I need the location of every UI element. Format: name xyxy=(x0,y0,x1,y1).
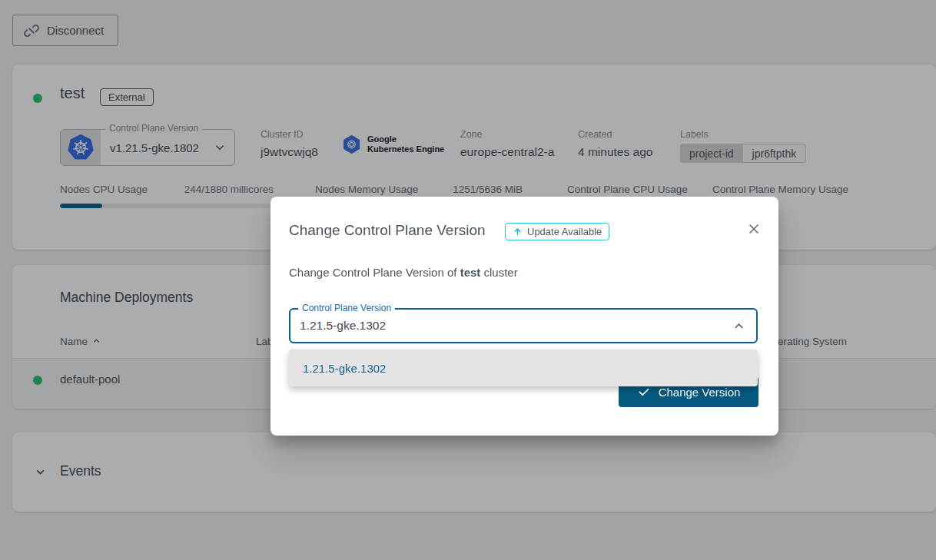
check-icon xyxy=(637,385,651,399)
arrow-up-icon xyxy=(513,227,523,237)
description-suffix: cluster xyxy=(480,266,517,279)
select-floating-label: Control Plane Version xyxy=(298,303,395,313)
description-prefix: Change Control Plane Version of xyxy=(289,266,460,279)
dialog-title: Change Control Plane Version xyxy=(289,222,486,239)
dialog-description: Change Control Plane Version of test clu… xyxy=(289,266,518,279)
change-version-dialog: Change Control Plane Version Update Avai… xyxy=(271,197,778,436)
update-available-label: Update Available xyxy=(527,226,602,237)
close-icon[interactable] xyxy=(746,221,762,237)
update-available-badge: Update Available xyxy=(505,223,609,240)
version-options-panel: 1.21.5-gke.1302 xyxy=(289,350,758,386)
change-version-label: Change Version xyxy=(659,386,741,399)
version-option[interactable]: 1.21.5-gke.1302 xyxy=(289,350,758,386)
chevron-up-icon xyxy=(732,319,756,333)
control-plane-version-select[interactable]: Control Plane Version 1.21.5-gke.1302 xyxy=(289,308,758,343)
description-cluster-name: test xyxy=(460,266,481,279)
select-value: 1.21.5-gke.1302 xyxy=(290,319,732,333)
